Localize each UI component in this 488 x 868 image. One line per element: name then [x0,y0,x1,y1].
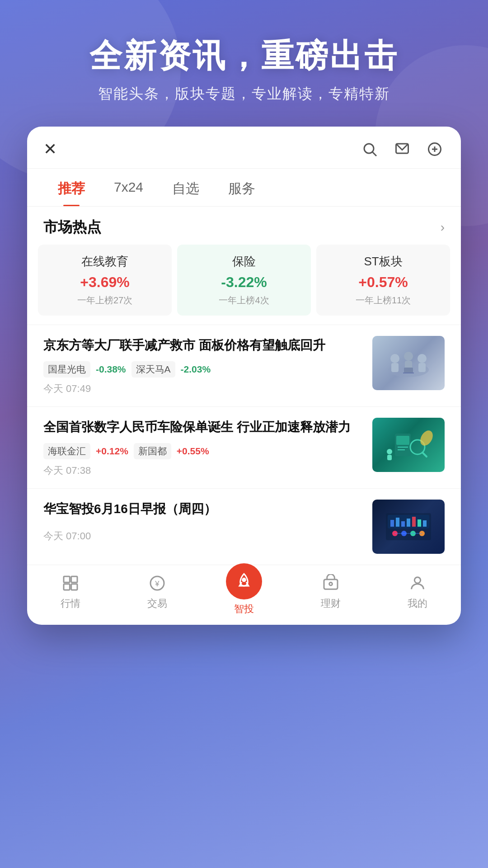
market-card-name-0: 在线教育 [45,254,164,269]
tab-watchlist[interactable]: 自选 [158,169,214,206]
svg-rect-30 [412,517,416,527]
svg-rect-16 [396,436,409,445]
news-time-2: 今天 07:00 [43,529,363,543]
market-card-2[interactable]: ST板块 +0.57% 一年上榜11次 [316,245,450,316]
market-icon [61,574,80,592]
tech-image [372,500,445,554]
svg-line-18 [422,453,427,457]
wealth-icon [322,574,340,592]
svg-point-0 [364,144,374,153]
news-title-1: 全国首张数字人民币车险保单诞生 行业正加速释放潜力 [43,418,363,437]
news-content-1: 全国首张数字人民币车险保单诞生 行业正加速释放潜力 海联金汇 +0.12% 新国… [43,418,363,477]
svg-point-49 [414,577,420,583]
search-button[interactable] [360,139,380,159]
svg-rect-23 [387,455,392,460]
news-tag-0-1: 深天马A [131,361,175,377]
meeting-image [372,336,445,390]
market-card-sub-1: 一年上榜4次 [184,294,304,307]
news-tag-0-0: 国星光电 [43,361,90,377]
svg-point-46 [243,579,246,582]
nav-mine[interactable]: 我的 [374,572,461,616]
svg-rect-47 [324,580,338,590]
market-cards: 在线教育 +3.69% 一年上榜27次 保险 -3.22% 一年上榜4次 ST板… [27,245,461,325]
tech-svg [381,509,436,545]
nav-trade[interactable]: ¥ 交易 [114,572,201,616]
search-icon [361,141,378,157]
market-card-1[interactable]: 保险 -3.22% 一年上榜4次 [177,245,311,316]
svg-point-22 [387,449,392,454]
nav-wealth-label: 理财 [321,597,341,610]
tab-bar: 推荐 7x24 自选 服务 [27,169,461,207]
digital-image [372,418,445,472]
nav-trade-icon: ¥ [146,572,168,594]
news-tag-pct-1-0: +0.12% [96,446,128,457]
svg-rect-29 [407,519,410,527]
nav-zhitou[interactable]: 智投 [201,572,287,616]
svg-rect-31 [418,519,421,527]
news-time-1: 今天 07:38 [43,464,363,477]
news-image-2 [372,500,445,554]
svg-text:¥: ¥ [155,580,160,588]
market-card-pct-1: -3.22% [184,274,304,291]
tab-recommend[interactable]: 推荐 [43,169,99,206]
news-tag-pct-0-0: -0.38% [96,364,126,375]
bottom-nav: 行情 ¥ 交易 智投 [27,565,461,625]
sub-title: 智能头条，版块专题，专业解读，专精特新 [18,84,470,104]
news-tags-1: 海联金汇 +0.12% 新国都 +0.55% [43,443,363,459]
market-section-header[interactable]: 市场热点 › [27,207,461,245]
svg-point-21 [418,429,436,448]
market-card-name-1: 保险 [184,254,304,269]
market-title: 市场热点 [43,217,101,237]
news-time-0: 今天 07:49 [43,382,363,396]
add-icon [427,141,443,157]
nav-mine-label: 我的 [408,597,427,610]
news-title-0: 京东方等大厂联手减产救市 面板价格有望触底回升 [43,336,363,355]
svg-rect-27 [396,518,399,527]
header-section: 全新资讯，重磅出击 智能头条，版块专题，专业解读，专精特新 [0,0,488,127]
svg-rect-40 [64,576,70,582]
news-tags-0: 国星光电 -0.38% 深天马A -2.03% [43,361,363,377]
news-image-1 [372,418,445,472]
close-button[interactable]: ✕ [43,141,57,157]
svg-rect-32 [423,520,427,527]
svg-rect-41 [71,576,77,582]
news-item-0[interactable]: 京东方等大厂联手减产救市 面板价格有望触底回升 国星光电 -0.38% 深天马A… [27,325,461,406]
svg-rect-8 [391,363,399,372]
svg-point-9 [404,352,413,361]
svg-point-11 [418,354,427,363]
digital-svg [381,427,436,463]
message-icon [394,141,410,157]
tab-service[interactable]: 服务 [214,169,270,206]
svg-rect-43 [71,584,77,590]
nav-trade-label: 交易 [147,597,167,610]
svg-rect-13 [404,368,413,373]
news-item-1[interactable]: 全国首张数字人民币车险保单诞生 行业正加速释放潜力 海联金汇 +0.12% 新国… [27,406,461,488]
news-item-2[interactable]: 华宝智投6月16日早报（周四） 今天 07:00 [27,488,461,565]
market-card-pct-2: +0.57% [324,274,443,291]
tab-7x24[interactable]: 7x24 [99,169,158,206]
news-image-0 [372,336,445,390]
nav-market-icon [60,572,81,594]
app-card: ✕ 推 [27,127,461,625]
nav-wealth[interactable]: 理财 [287,572,374,616]
news-tag-pct-0-1: -2.03% [181,364,211,375]
news-title-2: 华宝智投6月16日早报（周四） [43,500,363,519]
news-tag-pct-1-1: +0.55% [177,446,209,457]
svg-point-7 [390,354,399,363]
message-button[interactable] [392,139,412,159]
nav-zhitou-label: 智投 [234,602,254,616]
user-icon [408,574,427,592]
market-card-pct-0: +3.69% [45,274,164,291]
rocket-icon [235,572,253,590]
svg-rect-12 [418,363,426,372]
market-card-0[interactable]: 在线教育 +3.69% 一年上榜27次 [38,245,172,316]
svg-rect-42 [64,584,70,590]
nav-market[interactable]: 行情 [27,572,114,616]
add-button[interactable] [425,139,445,159]
nav-mine-icon [407,572,428,594]
market-card-sub-0: 一年上榜27次 [45,294,164,307]
news-tag-1-1: 新国都 [134,443,171,459]
nav-market-label: 行情 [61,597,80,610]
top-icons [360,139,445,159]
market-card-sub-2: 一年上榜11次 [324,294,443,307]
